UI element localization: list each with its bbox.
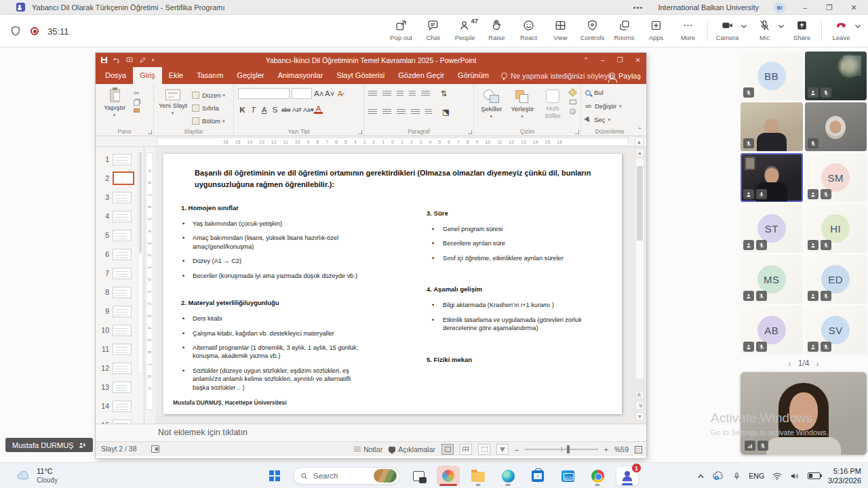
notes-toggle-button[interactable]: Notlar (354, 445, 382, 453)
tray-overflow-chevron-icon[interactable] (697, 473, 705, 479)
ppt-ribbon-options-icon[interactable]: ⌃ (583, 56, 589, 64)
font-name-select[interactable] (238, 88, 290, 99)
volume-icon[interactable] (790, 472, 800, 481)
align-left-icon[interactable] (368, 109, 377, 115)
onedrive-cloud-icon[interactable] (712, 471, 725, 481)
fit-slide-to-window-icon[interactable] (635, 446, 642, 453)
zoom-in-button[interactable]: + (604, 445, 608, 453)
ppt-tab-geçişler[interactable]: Geçişler (230, 67, 271, 84)
language-proofing-icon[interactable] (151, 445, 159, 453)
align-right-icon[interactable] (397, 109, 406, 115)
clear-formatting-icon[interactable]: A̷ (336, 89, 344, 98)
drawing-dialog-launcher[interactable] (575, 130, 579, 134)
taskbar-clock[interactable]: 5:16 PM 3/23/2026 (828, 466, 861, 486)
slide-thumbnail-8[interactable]: 8 (96, 283, 144, 302)
thumbnail-preview[interactable] (113, 401, 132, 412)
shapes-button[interactable]: Şekiller ▾ (478, 87, 505, 127)
thumbnail-scrollbar[interactable] (138, 150, 143, 373)
participant-tile-glasses[interactable] (741, 102, 803, 151)
line-spacing-icon[interactable] (421, 91, 430, 97)
restore-button[interactable]: ❐ (825, 3, 834, 12)
close-button[interactable]: ✕ (849, 3, 859, 12)
share-button[interactable]: Share (786, 19, 818, 41)
replace-button[interactable]: abDeğiştir▾ (585, 100, 634, 112)
ppt-share-button[interactable]: Paylaş (609, 67, 641, 84)
pager-previous-icon[interactable]: ‹ (788, 359, 791, 369)
shape-effects-icon[interactable] (570, 108, 576, 115)
participant-tile-man[interactable] (741, 153, 803, 202)
arrange-button[interactable]: Yerleştir ▾ (509, 87, 536, 127)
participant-tile-sv[interactable]: SV (805, 306, 867, 354)
slideshow-view-button[interactable] (496, 444, 509, 455)
react-button[interactable]: React (513, 19, 545, 41)
comments-toggle-button[interactable]: Açıklamalar (389, 445, 435, 453)
ppt-tab-dosya[interactable]: Dosya (98, 67, 133, 84)
scroll-up-icon[interactable]: ▲ (635, 148, 644, 157)
slide-canvas[interactable]: Başarılı dil öğretiminin ve dil öğretimi… (155, 147, 646, 424)
controls-button[interactable]: Controls (576, 19, 608, 41)
outlook-button[interactable] (556, 466, 579, 486)
thumbnail-preview[interactable] (113, 325, 132, 336)
smartart-convert-icon[interactable]: ⬔ (441, 107, 450, 117)
slide-scrollbar[interactable]: ▲ « « ▼ (635, 148, 644, 421)
grow-font-icon[interactable]: A˄ (314, 89, 323, 98)
section-button[interactable]: Bölüm▾ (192, 115, 225, 127)
participant-tile-scarf[interactable] (805, 102, 867, 151)
slide-thumbnail-10[interactable]: 10 (96, 321, 144, 340)
slide-thumbnail-5[interactable]: 5 (96, 226, 144, 245)
slide-thumbnail-4[interactable]: 4 (96, 207, 144, 226)
powerpoint-window[interactable]: ▾ Yabancı-İkinci Dil Öğretiminin Temel K… (96, 53, 646, 458)
slide-sorter-view-button[interactable] (460, 444, 472, 455)
bold-button[interactable]: K (238, 106, 247, 114)
slide-thumbnail-1[interactable]: 1 (96, 150, 144, 169)
thumbnail-preview[interactable] (113, 230, 132, 241)
participant-tile-bb[interactable]: BB (741, 52, 803, 100)
participant-tile-sm[interactable]: SM (805, 153, 867, 202)
text-direction-icon[interactable]: ⇅ (439, 89, 448, 98)
thumbnail-preview[interactable] (113, 382, 132, 393)
font-dialog-launcher[interactable] (358, 130, 362, 134)
thumbnail-preview[interactable] (113, 287, 132, 298)
ppt-minimize-button[interactable]: – (601, 56, 605, 64)
change-case-icon[interactable]: Aa▾ (303, 106, 312, 113)
paragraph-dialog-launcher[interactable] (468, 130, 472, 134)
slide-thumbnail-pane[interactable]: 12345678910111213141516 (96, 147, 144, 424)
chrome-button[interactable] (586, 466, 609, 486)
zoom-slider[interactable] (525, 449, 598, 450)
teams-taskbar-button[interactable]: 1 (616, 466, 639, 486)
slide[interactable]: Başarılı dil öğretiminin ve dil öğretimi… (163, 154, 622, 414)
thumbnail-preview[interactable] (113, 249, 132, 260)
participant-tile-ed[interactable]: ED (805, 255, 867, 304)
slide-thumbnail-2[interactable]: 2 (96, 169, 144, 188)
slide-thumbnail-14[interactable]: 14 (96, 396, 144, 415)
pager-next-icon[interactable]: › (816, 359, 818, 369)
ppt-tab-gözden-geçir[interactable]: Gözden Geçir (391, 67, 451, 84)
titlebar-more-icon[interactable]: ••• (633, 3, 644, 12)
format-painter-icon[interactable] (134, 108, 140, 113)
search-highlight-image[interactable] (374, 469, 397, 483)
ppt-tab-görünüm[interactable]: Görünüm (451, 67, 496, 84)
microsoft-store-button[interactable] (526, 466, 549, 486)
slide-thumbnail-9[interactable]: 9 (96, 302, 144, 321)
zoom-slider-thumb[interactable] (567, 445, 570, 453)
participant-tile-hi[interactable]: HI (805, 204, 867, 253)
increase-indent-icon[interactable] (409, 91, 416, 97)
thumbnail-preview[interactable] (113, 306, 132, 317)
thumbnail-preview[interactable] (113, 171, 134, 185)
thumbnail-preview[interactable] (113, 268, 132, 279)
slide-thumbnail-11[interactable]: 11 (96, 340, 144, 359)
slide-thumbnail-7[interactable]: 7 (96, 264, 144, 283)
shape-fill-icon[interactable] (568, 88, 577, 97)
subscript-button[interactable]: abc (281, 106, 290, 113)
scrollbar-thumb[interactable] (637, 166, 643, 241)
thumbnail-preview[interactable] (113, 154, 132, 165)
select-button[interactable]: Seç▾ (585, 114, 634, 125)
thumbnail-preview[interactable] (113, 363, 132, 374)
keyboard-language[interactable]: ENG (749, 472, 764, 480)
cut-icon[interactable]: ✂ (134, 89, 140, 97)
collapse-ribbon-icon[interactable]: ⌃ (637, 127, 642, 134)
participant-tile-room[interactable] (805, 52, 867, 100)
notes-placeholder[interactable]: Not eklemek için tıklatın (158, 424, 248, 441)
shrink-font-icon[interactable]: A˅ (325, 89, 334, 98)
columns-icon[interactable] (425, 109, 432, 115)
